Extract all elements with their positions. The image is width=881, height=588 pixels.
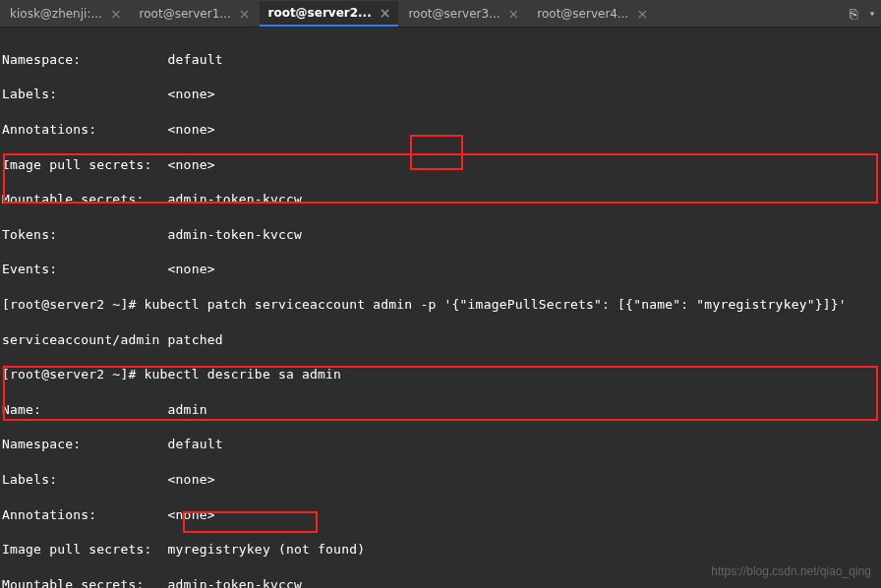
output-line: Tokens: admin-token-kvccw [2,226,879,244]
terminal-output[interactable]: Namespace: default Labels: <none> Annota… [0,28,881,588]
tab-label: kiosk@zhenji:... [10,7,102,21]
output-line: Labels: <none> [2,471,879,489]
tab-label: root@server2... [267,6,371,20]
output-line: Annotations: <none> [2,121,879,139]
tab-server4[interactable]: root@server4... × [529,1,656,27]
close-icon[interactable]: × [636,6,648,22]
tab-server1[interactable]: root@server1... × [132,1,259,27]
command-line: [root@server2 ~]# kubectl patch servicea… [2,296,879,314]
output-line: Events: <none> [2,261,879,278]
tab-bar: kiosk@zhenji:... × root@server1... × roo… [0,0,881,28]
new-tab-icon[interactable]: ⎘ [844,6,863,22]
tab-server2[interactable]: root@server2... × [260,1,398,27]
tab-label: root@server4... [537,7,628,21]
output-line: Image pull secrets: <none> [2,156,879,174]
close-icon[interactable]: × [508,6,520,22]
close-icon[interactable]: × [110,6,122,22]
command-line: [root@server2 ~]# kubectl describe sa ad… [2,366,879,383]
output-line: Namespace: default [2,51,879,69]
tab-label: root@server3... [408,7,499,21]
close-icon[interactable]: × [239,6,251,22]
output-line: Name: admin [2,401,879,419]
output-line: serviceaccount/admin patched [2,331,879,349]
tab-kiosk[interactable]: kiosk@zhenji:... × [2,1,130,27]
output-line: Annotations: <none> [2,506,879,524]
output-line: Labels: <none> [2,86,879,103]
close-icon[interactable]: × [380,5,391,21]
tab-server3[interactable]: root@server3... × [400,1,527,27]
tab-label: root@server1... [140,7,231,21]
chevron-down-icon[interactable]: ▾ [863,8,881,19]
output-line: Mountable secrets: admin-token-kvccw [2,191,879,208]
watermark: https://blog.csdn.net/qiao_qing [711,564,871,578]
output-line: Image pull secrets: myregistrykey (not f… [2,541,879,559]
output-line: Namespace: default [2,436,879,453]
